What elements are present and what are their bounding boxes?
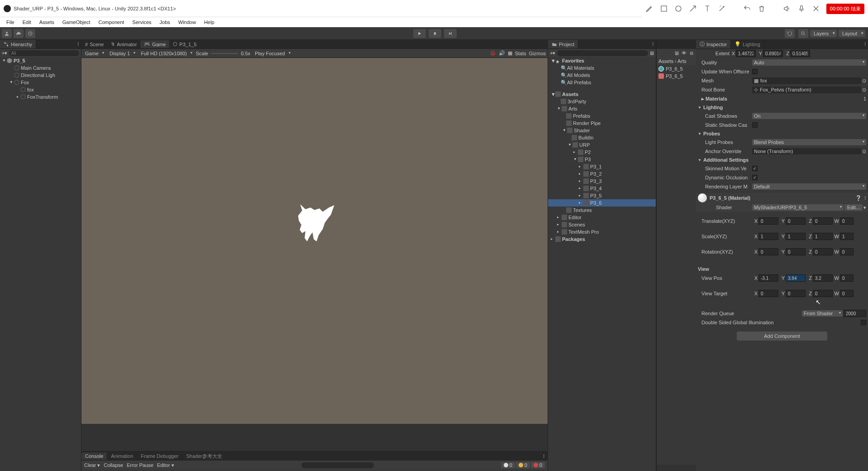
- menu-help[interactable]: Help: [200, 19, 218, 26]
- dynamic-occ-checkbox[interactable]: ✓: [752, 175, 758, 180]
- assets-root[interactable]: ▼Assets: [548, 91, 656, 98]
- tab-animation[interactable]: Animation: [107, 452, 137, 460]
- shader-dropdown[interactable]: MyShader/URP/P3_6_5: [752, 204, 844, 211]
- console-clear-button[interactable]: Clear ▾: [84, 462, 100, 468]
- hierarchy-item[interactable]: Directional Ligh: [0, 72, 81, 79]
- folder-item[interactable]: ▸P3_3: [548, 178, 656, 185]
- wand-icon[interactable]: [718, 5, 726, 13]
- view-pos-w[interactable]: [840, 274, 854, 282]
- tab-project[interactable]: Project: [548, 40, 578, 48]
- pencil-icon[interactable]: [645, 5, 653, 13]
- scale-y[interactable]: [786, 233, 806, 240]
- rotation-y[interactable]: [786, 248, 806, 255]
- game-mode-dropdown[interactable]: Game: [83, 50, 105, 57]
- folder-item[interactable]: ▸Scenes: [548, 221, 656, 228]
- folder-item[interactable]: ▸P3_5: [548, 192, 656, 199]
- recording-end-button[interactable]: 00:00:00 结束: [826, 4, 864, 14]
- folder-item[interactable]: ▼URP: [548, 141, 656, 149]
- tab-hierarchy[interactable]: Hierarchy: [0, 40, 36, 48]
- folder-item[interactable]: ▼Shader: [548, 127, 656, 134]
- rotation-z[interactable]: [813, 248, 833, 255]
- filter-icon[interactable]: ⊞: [650, 50, 654, 56]
- folder-item[interactable]: 3rdParty: [548, 98, 656, 105]
- favorite-item[interactable]: 🔍All Prefabs: [548, 79, 656, 86]
- translate-x[interactable]: [758, 217, 778, 225]
- folder-item[interactable]: ▸P3_2: [548, 170, 656, 178]
- packages-root[interactable]: ▸Packages: [548, 236, 656, 243]
- console-editor-dropdown[interactable]: Editor ▾: [157, 462, 174, 468]
- tab-game[interactable]: 🎮Game: [140, 40, 169, 48]
- focus-dropdown[interactable]: Play Focused: [253, 50, 291, 57]
- hierarchy-lock-icon[interactable]: ⁝: [76, 41, 81, 47]
- scene-row[interactable]: ▼P3_5: [0, 57, 81, 64]
- dsgi-checkbox[interactable]: [861, 320, 866, 325]
- tab-frame-debugger[interactable]: Frame Debugger: [137, 452, 182, 460]
- object-picker-icon[interactable]: ⊙: [862, 78, 866, 84]
- console-error-badge[interactable]: 0: [531, 462, 545, 468]
- folder-item-selected[interactable]: ▸P3_6: [548, 199, 656, 207]
- shader-more-icon[interactable]: ▾: [863, 205, 866, 211]
- display-dropdown[interactable]: Display 1: [108, 50, 136, 57]
- translate-y[interactable]: [786, 217, 806, 225]
- audio-icon[interactable]: 🔊: [499, 50, 505, 56]
- close-icon[interactable]: [812, 5, 820, 13]
- resolution-dropdown[interactable]: Full HD (1920x1080): [139, 50, 193, 57]
- hierarchy-item[interactable]: ▼Fox: [0, 79, 81, 86]
- console-options-icon[interactable]: ⁝: [540, 453, 548, 459]
- search-icon[interactable]: [798, 29, 808, 38]
- asset-hidden-icon[interactable]: ⦻: [689, 50, 694, 56]
- probes-section[interactable]: Probes: [696, 130, 868, 138]
- asset-item[interactable]: P3_6_5: [657, 72, 696, 80]
- favorites-root[interactable]: ▼★Favorites: [548, 57, 656, 64]
- materials-label[interactable]: ▸ Materials: [698, 96, 752, 102]
- hierarchy-item[interactable]: fox: [0, 86, 81, 93]
- extent-y[interactable]: [763, 50, 783, 57]
- view-target-y[interactable]: [786, 290, 806, 297]
- add-component-button[interactable]: Add Component: [737, 332, 827, 341]
- render-queue-value[interactable]: [844, 310, 866, 317]
- material-options-icon[interactable]: ⁝: [864, 195, 866, 201]
- layers-dropdown[interactable]: Layers: [810, 30, 837, 37]
- layout-dropdown[interactable]: Layout: [839, 30, 865, 37]
- menu-file[interactable]: File: [3, 19, 18, 26]
- mic-icon[interactable]: [797, 5, 806, 13]
- arrow-icon[interactable]: [689, 5, 697, 13]
- console-warn-badge[interactable]: 0: [516, 462, 530, 468]
- view-target-x[interactable]: [758, 290, 778, 297]
- view-pos-z[interactable]: [813, 274, 833, 282]
- tab-animator[interactable]: ↯Animator: [107, 40, 140, 48]
- create-dropdown[interactable]: +▾: [2, 50, 7, 56]
- account-icon[interactable]: [2, 29, 12, 38]
- view-pos-y[interactable]: [786, 274, 806, 282]
- folder-item[interactable]: ▸P2: [548, 149, 656, 156]
- scale-x[interactable]: [758, 233, 778, 240]
- folder-item[interactable]: ▸TextMesh Pro: [548, 228, 656, 236]
- tab-shader-ref[interactable]: Shader参考大全: [182, 452, 226, 461]
- light-probes-dropdown[interactable]: Blend Probes: [752, 139, 866, 145]
- rotation-x[interactable]: [758, 248, 778, 255]
- scale-w[interactable]: [840, 233, 854, 240]
- history-icon[interactable]: [25, 29, 35, 38]
- asset-size-slider[interactable]: [657, 465, 696, 471]
- undo-history-icon[interactable]: [785, 29, 795, 38]
- extent-x[interactable]: [736, 50, 756, 57]
- favorite-item[interactable]: 🔍All Materials: [548, 64, 656, 72]
- tab-scene[interactable]: #Scene: [81, 41, 107, 48]
- anchor-field[interactable]: None (Transform): [752, 148, 861, 154]
- menu-assets[interactable]: Assets: [36, 19, 58, 26]
- asset-breadcrumb[interactable]: Assets › Arts: [657, 57, 696, 65]
- update-offscreen-checkbox[interactable]: [752, 69, 758, 74]
- folder-item[interactable]: BuildIn: [548, 134, 656, 141]
- folder-item[interactable]: Textures: [548, 207, 656, 214]
- translate-z[interactable]: [813, 217, 833, 225]
- menu-component[interactable]: Component: [95, 19, 128, 26]
- folder-item[interactable]: Render Pipe: [548, 120, 656, 127]
- folder-item[interactable]: ▸Editor: [548, 214, 656, 221]
- console-collapse-button[interactable]: Collapse: [104, 462, 123, 468]
- view-target-z[interactable]: [813, 290, 833, 297]
- menu-window[interactable]: Window: [175, 19, 200, 26]
- gizmos-button[interactable]: Gizmos: [529, 51, 546, 56]
- menu-jobs[interactable]: Jobs: [156, 19, 174, 26]
- inspector-options-icon[interactable]: ⁝: [863, 41, 868, 47]
- square-icon[interactable]: [660, 5, 668, 13]
